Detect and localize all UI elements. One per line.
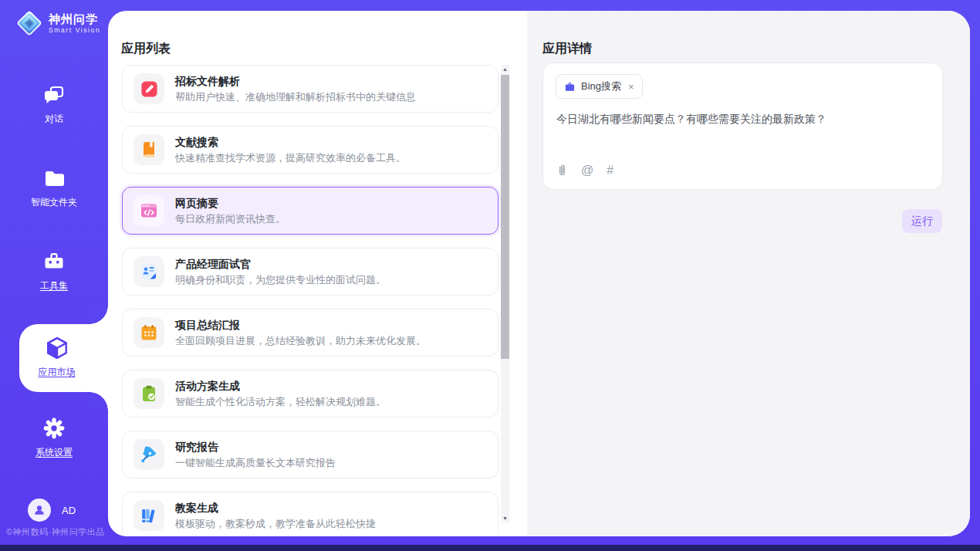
sidebar-item-label: 智能文件夹	[31, 197, 77, 208]
app-icon-box	[133, 378, 164, 409]
app-card-web-digest[interactable]: 网页摘要 每日政府新闻资讯快查。	[122, 187, 498, 235]
app-card-desc: 智能生成个性化活动方案，轻松解决规划难题。	[175, 395, 386, 409]
composer-toolbar: @ #	[556, 164, 613, 177]
app-card-desc: 每日政府新闻资讯快查。	[175, 212, 286, 226]
app-card-title: 文献搜索	[175, 135, 406, 149]
briefcase-icon	[564, 81, 576, 93]
browser-code-icon	[140, 201, 158, 220]
app-card-title: 产品经理面试官	[175, 257, 386, 271]
gear-icon	[42, 417, 66, 440]
app-icon-box	[133, 439, 164, 470]
book-icon	[140, 140, 158, 159]
sidebar-item-label: 应用市场	[39, 367, 76, 377]
app-card-pm-interviewer[interactable]: 产品经理面试官 明确身份和职责，为您提供专业性的面试问题。	[122, 248, 498, 296]
main-content: 应用列表 招标文件解析 帮助用户快速、准确地理解和解析招标书中的关键信息	[108, 11, 970, 536]
app-card-desc: 一键智能生成高质量长文本研究报告	[175, 456, 336, 470]
app-icon-box	[133, 73, 164, 104]
app-card-desc: 模板驱动，教案秒成，教学准备从此轻松快捷	[175, 517, 376, 531]
app-card-title: 研究报告	[175, 440, 336, 454]
ink-pen-icon	[140, 445, 158, 464]
query-input[interactable]: 今日湖北有哪些新闻要点？有哪些需要关注的最新政策？	[556, 111, 930, 127]
composer-card: Bing搜索 × 今日湖北有哪些新闻要点？有哪些需要关注的最新政策？ @ #	[542, 63, 943, 190]
app-card-literature-search[interactable]: 文献搜索 快速精准查找学术资源，提高研究效率的必备工具。	[122, 126, 498, 174]
scrollbar[interactable]: ▲ ▼	[501, 65, 509, 523]
app-card-title: 网页摘要	[175, 196, 286, 210]
calendar-icon	[140, 323, 158, 342]
tool-tag-label: Bing搜索	[581, 79, 621, 93]
app-card-bid-parse[interactable]: 招标文件解析 帮助用户快速、准确地理解和解析招标书中的关键信息	[122, 65, 498, 113]
attachment-icon[interactable]	[556, 164, 568, 177]
hash-icon[interactable]: #	[607, 164, 613, 177]
app-icon-box	[133, 500, 164, 531]
app-icon-box	[133, 195, 164, 226]
app-card-desc: 明确身份和职责，为您提供专业性的面试问题。	[175, 273, 386, 287]
sidebar-item-chat[interactable]: 对话	[0, 83, 108, 126]
app-card-title: 活动方案生成	[175, 379, 386, 393]
cube-icon	[45, 336, 69, 360]
app-card-title: 招标文件解析	[175, 74, 416, 88]
app-card-title: 项目总结汇报	[175, 318, 426, 332]
bottom-edge-bar	[0, 545, 980, 551]
sidebar-item-app-market[interactable]: 应用市场	[19, 324, 108, 392]
user-name: AD	[62, 505, 76, 516]
run-button[interactable]: 运行	[902, 209, 942, 233]
sidebar-item-settings[interactable]: 系统设置	[0, 417, 108, 459]
app-window: 神州问学 Smart Vision 对话 智能文件夹 工具	[0, 0, 980, 551]
user-account[interactable]: AD	[28, 499, 76, 522]
app-card-desc: 全面回顾项目进展，总结经验教训，助力未来优化发展。	[175, 334, 426, 348]
app-icon-box	[133, 317, 164, 348]
scroll-down-arrow-icon[interactable]: ▼	[501, 514, 509, 523]
scroll-up-arrow-icon[interactable]: ▲	[501, 65, 509, 74]
app-card-activity-plan[interactable]: 活动方案生成 智能生成个性化活动方案，轻松解决规划难题。	[122, 370, 498, 417]
brand-logo: 神州问学 Smart Vision	[15, 9, 100, 37]
app-detail-title: 应用详情	[542, 41, 592, 57]
mention-icon[interactable]: @	[581, 164, 593, 177]
clipboard-check-icon	[140, 384, 158, 403]
tool-tag-bing-search: Bing搜索 ×	[556, 74, 643, 99]
copyright-footer: ©神州数码·神州问学出品	[6, 526, 114, 538]
chat-icon	[42, 83, 66, 106]
sidebar-item-label: 系统设置	[35, 447, 73, 458]
gem-icon	[15, 9, 43, 37]
brand-subtitle: Smart Vision	[49, 26, 100, 34]
sidebar-item-label: 工具集	[40, 280, 68, 291]
app-card-research-report[interactable]: 研究报告 一键智能生成高质量长文本研究报告	[122, 431, 498, 478]
app-icon-box	[133, 256, 164, 287]
user-icon	[32, 503, 46, 517]
avatar	[28, 499, 51, 522]
folder-icon	[42, 167, 66, 190]
sidebar-item-toolbox[interactable]: 工具集	[0, 250, 108, 292]
sidebar-item-label: 对话	[45, 113, 63, 124]
toolbox-icon	[42, 250, 66, 273]
sidebar: 神州问学 Smart Vision 对话 智能文件夹 工具	[0, 0, 108, 545]
app-card-project-summary[interactable]: 项目总结汇报 全面回顾项目进展，总结经验教训，助力未来优化发展。	[122, 309, 498, 357]
app-card-title: 教案生成	[175, 501, 376, 515]
clipboard-person-icon	[140, 262, 158, 281]
close-icon[interactable]: ×	[628, 82, 634, 92]
app-card-desc: 快速精准查找学术资源，提高研究效率的必备工具。	[175, 151, 406, 165]
app-list: 招标文件解析 帮助用户快速、准确地理解和解析招标书中的关键信息 文献搜索 快速精…	[122, 65, 498, 536]
books-icon	[140, 506, 158, 525]
app-list-title: 应用列表	[121, 41, 171, 57]
brand-name: 神州问学	[49, 12, 100, 26]
app-card-desc: 帮助用户快速、准确地理解和解析招标书中的关键信息	[175, 90, 416, 104]
app-icon-box	[133, 134, 164, 165]
pen-square-icon	[140, 80, 158, 98]
sidebar-item-smart-folder[interactable]: 智能文件夹	[0, 167, 108, 209]
scrollbar-thumb[interactable]	[501, 75, 509, 359]
app-card-lesson-plan[interactable]: 教案生成 模板驱动，教案秒成，教学准备从此轻松快捷	[122, 492, 498, 536]
